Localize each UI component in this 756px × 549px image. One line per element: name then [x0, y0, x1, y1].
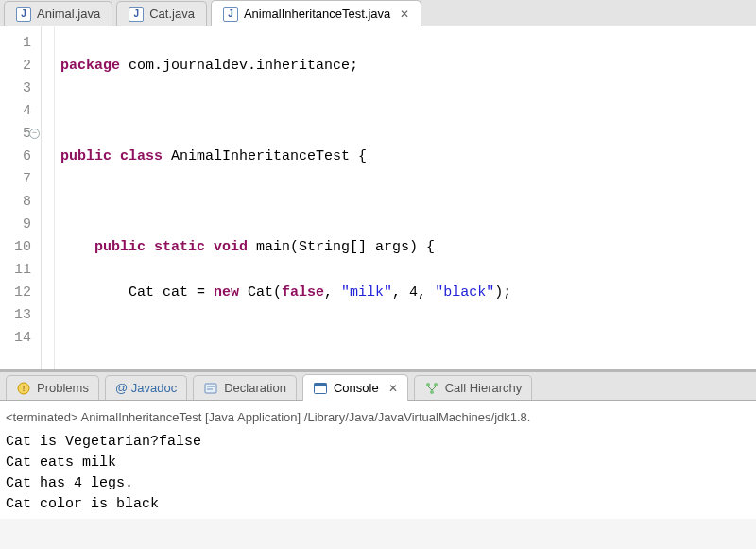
view-tab-label: Call Hierarchy	[445, 381, 523, 395]
svg-rect-2	[205, 384, 216, 393]
problems-icon: !	[16, 381, 31, 396]
java-file-icon: J	[223, 7, 238, 22]
code-token: , 4,	[392, 284, 435, 300]
line-number: 7	[6, 168, 31, 191]
tab-declaration[interactable]: Declaration	[193, 375, 297, 400]
code-token: package	[60, 58, 120, 74]
close-icon[interactable]: ✕	[388, 382, 398, 395]
tab-call-hierarchy[interactable]: Call Hierarchy	[414, 375, 533, 400]
tab-javadoc[interactable]: @ Javadoc	[105, 375, 187, 400]
svg-point-7	[426, 383, 430, 386]
view-tab-label: @ Javadoc	[115, 381, 177, 395]
line-number: 4	[6, 100, 31, 123]
line-number-gutter: 1 2 3 4 5− 6 7 8 9 10 11 12 13 14	[0, 26, 42, 369]
java-file-icon: J	[16, 7, 31, 22]
console-line: Cat color is black	[6, 494, 750, 515]
line-number: 6	[6, 146, 31, 168]
marker-column	[42, 26, 55, 369]
code-token: com.journaldev.inheritance;	[120, 58, 358, 74]
close-icon[interactable]: ✕	[400, 8, 409, 21]
declaration-icon	[203, 381, 218, 396]
line-number: 3	[6, 77, 31, 100]
view-tab-label: Console	[334, 381, 379, 395]
editor-tab-label: Animal.java	[37, 7, 100, 21]
code-editor[interactable]: 1 2 3 4 5− 6 7 8 9 10 11 12 13 14 packag…	[0, 26, 756, 372]
editor-tab-animalinheritancetest[interactable]: J AnimalInheritanceTest.java ✕	[211, 0, 421, 26]
line-number: 5−	[6, 123, 31, 146]
line-number: 8	[6, 191, 31, 214]
code-token: );	[494, 284, 511, 300]
tab-console[interactable]: Console ✕	[302, 374, 408, 401]
tab-problems[interactable]: ! Problems	[6, 375, 99, 400]
code-token: new	[214, 284, 239, 300]
code-token: Cat(	[239, 284, 282, 300]
editor-tab-label: AnimalInheritanceTest.java	[244, 7, 390, 21]
console-line: Cat is Vegetarian?false	[6, 432, 750, 453]
line-number: 12	[6, 282, 31, 304]
console-icon	[313, 381, 328, 396]
code-content[interactable]: package com.journaldev.inheritance; publ…	[55, 26, 756, 369]
line-number: 9	[6, 214, 31, 236]
line-number: 11	[6, 259, 31, 282]
code-token: "milk"	[341, 284, 392, 300]
code-token: Cat cat =	[60, 284, 214, 300]
code-token: ,	[324, 284, 341, 300]
call-hierarchy-icon	[424, 381, 439, 396]
console-line: Cat has 4 legs.	[6, 473, 750, 494]
java-file-icon: J	[129, 7, 144, 22]
code-token: main(String[] args) {	[248, 239, 435, 255]
line-number: 13	[6, 304, 31, 327]
code-token: false	[282, 284, 324, 300]
console-view[interactable]: <terminated> AnimalInheritanceTest [Java…	[0, 401, 756, 519]
fold-toggle-icon[interactable]: −	[29, 129, 40, 139]
editor-tab-cat[interactable]: J Cat.java	[116, 1, 207, 26]
line-number: 1	[6, 32, 31, 55]
line-number: 14	[6, 327, 31, 350]
code-token: public class	[60, 148, 163, 164]
editor-tab-bar: J Animal.java J Cat.java J AnimalInherit…	[0, 0, 756, 26]
view-tab-bar: ! Problems @ Javadoc Declaration Console…	[0, 372, 756, 401]
editor-tab-animal[interactable]: J Animal.java	[4, 1, 112, 26]
code-token: public static void	[94, 239, 248, 255]
console-header: <terminated> AnimalInheritanceTest [Java…	[6, 404, 750, 432]
editor-tab-label: Cat.java	[149, 7, 195, 21]
code-token: AnimalInheritanceTest {	[163, 148, 367, 164]
view-tab-label: Declaration	[224, 381, 286, 395]
svg-text:!: !	[23, 384, 26, 393]
code-token: "black"	[435, 284, 494, 300]
svg-point-9	[430, 390, 434, 394]
line-number: 2	[6, 55, 31, 77]
svg-rect-6	[314, 383, 326, 386]
console-line: Cat eats milk	[6, 453, 750, 473]
svg-point-8	[434, 383, 438, 386]
line-number: 10	[6, 236, 31, 259]
view-tab-label: Problems	[37, 381, 89, 395]
